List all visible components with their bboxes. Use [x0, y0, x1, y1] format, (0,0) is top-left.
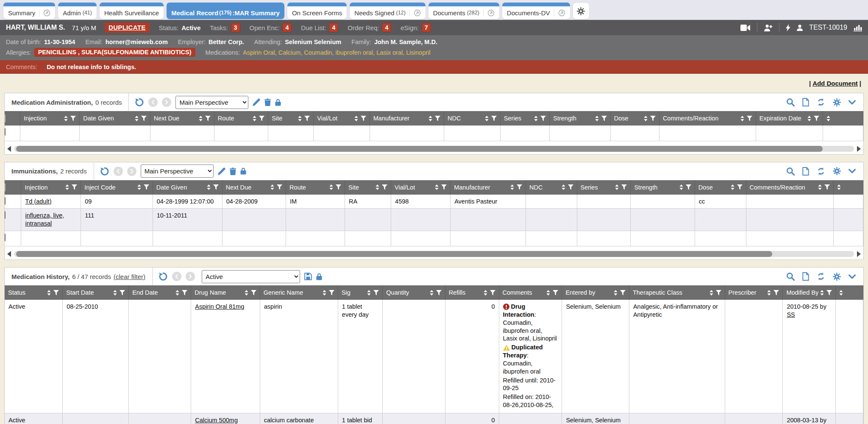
- chart-stats-icon[interactable]: [854, 24, 862, 31]
- undo-icon[interactable]: [100, 167, 109, 176]
- sort-icon[interactable]: [376, 184, 379, 190]
- sort-icon[interactable]: [329, 184, 333, 190]
- filter-icon[interactable]: [144, 184, 149, 190]
- sort-icon[interactable]: [510, 184, 514, 190]
- sort-icon[interactable]: [245, 290, 248, 296]
- scrollbar-thumb[interactable]: [16, 146, 823, 152]
- scrollbar-thumb[interactable]: [16, 251, 772, 257]
- injection-link[interactable]: influenza, live, intranasal: [25, 212, 64, 227]
- filter-icon[interactable]: [304, 116, 310, 121]
- filter-icon[interactable]: [182, 290, 187, 296]
- medication-item[interactable]: Aspirin Oral: [243, 49, 275, 56]
- filter-icon[interactable]: [373, 290, 379, 296]
- filter-icon[interactable]: [490, 290, 495, 296]
- undo-icon[interactable]: [159, 272, 168, 281]
- filter-icon[interactable]: [141, 116, 147, 121]
- column-header-refills[interactable]: Refills: [445, 285, 499, 300]
- column-header-date-given[interactable]: Date Given: [153, 180, 222, 195]
- gear-icon[interactable]: [833, 167, 841, 175]
- column-header-site[interactable]: Site: [268, 111, 314, 126]
- column-header-strength[interactable]: Strength: [631, 180, 695, 195]
- lock-icon[interactable]: [316, 273, 322, 280]
- tab-documents[interactable]: Documents(282): [428, 3, 499, 19]
- sort-icon[interactable]: [820, 290, 824, 296]
- scroll-left-arrow[interactable]: [7, 146, 11, 152]
- filter-icon[interactable]: [568, 184, 573, 190]
- trash-icon[interactable]: [230, 167, 236, 175]
- document-icon[interactable]: [802, 98, 809, 106]
- next-page-icon[interactable]: [127, 167, 136, 176]
- popup-window-icon[interactable]: [409, 9, 421, 17]
- open-enc-count-badge[interactable]: 4: [282, 23, 292, 32]
- column-header-manufacturer[interactable]: Manufacturer: [370, 111, 444, 126]
- scroll-right-arrow[interactable]: [857, 146, 861, 152]
- column-header-ndc[interactable]: NDC: [526, 180, 577, 195]
- sort-icon[interactable]: [435, 184, 439, 190]
- trash-icon[interactable]: [264, 98, 271, 106]
- filter-icon[interactable]: [435, 116, 440, 121]
- scrollbar-track[interactable]: [14, 146, 854, 152]
- sort-icon[interactable]: [354, 116, 358, 121]
- filter-select[interactable]: Active: [202, 270, 300, 283]
- filter-icon[interactable]: [747, 116, 752, 121]
- select-all-checkbox[interactable]: [5, 114, 6, 122]
- next-page-icon[interactable]: [162, 98, 171, 107]
- sort-icon[interactable]: [323, 290, 326, 296]
- medication-item[interactable]: Lisinopril: [406, 49, 430, 56]
- sort-icon[interactable]: [709, 290, 713, 296]
- column-header-site[interactable]: Site: [345, 180, 391, 195]
- filter-icon[interactable]: [277, 184, 282, 190]
- column-header-date-given[interactable]: Date Given: [80, 111, 150, 126]
- filter-icon[interactable]: [120, 290, 125, 296]
- clear-filter-link[interactable]: (clear filter): [114, 273, 145, 280]
- filter-icon[interactable]: [686, 184, 691, 190]
- row-checkbox[interactable]: [5, 128, 6, 136]
- add-person-icon[interactable]: [764, 24, 773, 31]
- column-header-expiration-date[interactable]: Expiration Date: [756, 111, 823, 126]
- column-header-strength[interactable]: Strength: [550, 111, 611, 126]
- perspective-select[interactable]: Main Perspective: [175, 96, 248, 109]
- allergy-badge[interactable]: PENICILLINS , SULFA(SULFONAMIDE ANTIBIOT…: [34, 48, 195, 57]
- sort-icon[interactable]: [367, 290, 371, 296]
- filter-icon[interactable]: [259, 116, 264, 121]
- column-header-next-due[interactable]: Next Due: [150, 111, 214, 126]
- drug-name-link[interactable]: Calcium 500mg: [195, 417, 238, 424]
- tasks-count-badge[interactable]: 3: [231, 23, 240, 32]
- sort-icon[interactable]: [270, 184, 274, 190]
- collapse-chevron-icon[interactable]: [849, 169, 856, 173]
- row-checkbox[interactable]: [5, 234, 6, 241]
- gear-icon[interactable]: [833, 273, 841, 281]
- column-header-start-date[interactable]: Start Date: [63, 285, 129, 300]
- column-header-therapeutic-class[interactable]: Therapeutic Class: [629, 285, 725, 300]
- tab-health-surveillance[interactable]: Health Surveillance: [100, 3, 164, 19]
- sort-icon[interactable]: [428, 116, 432, 121]
- document-icon[interactable]: [802, 272, 809, 281]
- sort-icon[interactable]: [207, 184, 211, 190]
- sort-icon[interactable]: [807, 116, 811, 121]
- sort-icon[interactable]: [534, 116, 538, 121]
- tab-summary[interactable]: Summary: [3, 3, 55, 19]
- filter-icon[interactable]: [329, 290, 334, 296]
- email-value[interactable]: horner@mieweb.com: [106, 39, 168, 45]
- next-page-icon[interactable]: [186, 272, 195, 281]
- sort-icon[interactable]: [65, 184, 69, 190]
- sort-icon[interactable]: [253, 116, 256, 121]
- column-header-vial-lot[interactable]: Vial/Lot: [314, 111, 370, 126]
- filter-icon[interactable]: [601, 116, 607, 121]
- filter-icon[interactable]: [517, 184, 522, 190]
- sort-icon[interactable]: [199, 116, 203, 121]
- injection-link[interactable]: Td (adult): [25, 198, 51, 205]
- refresh-icon[interactable]: [817, 167, 825, 176]
- add-document-link[interactable]: Add Document: [812, 80, 858, 87]
- collapse-chevron-icon[interactable]: [849, 274, 856, 279]
- tab-on-screen-forms[interactable]: On Screen Forms: [287, 3, 347, 19]
- filter-icon[interactable]: [716, 290, 721, 296]
- due-list-count-badge[interactable]: 4: [329, 23, 338, 32]
- row-checkbox[interactable]: [5, 197, 6, 205]
- filter-icon[interactable]: [436, 290, 442, 296]
- popup-window-icon[interactable]: [39, 9, 50, 17]
- column-header-inject-code[interactable]: Inject Code: [81, 180, 153, 195]
- column-header-entered-by[interactable]: Entered by: [562, 285, 629, 300]
- filter-icon[interactable]: [737, 184, 743, 190]
- popup-window-icon[interactable]: [483, 9, 495, 17]
